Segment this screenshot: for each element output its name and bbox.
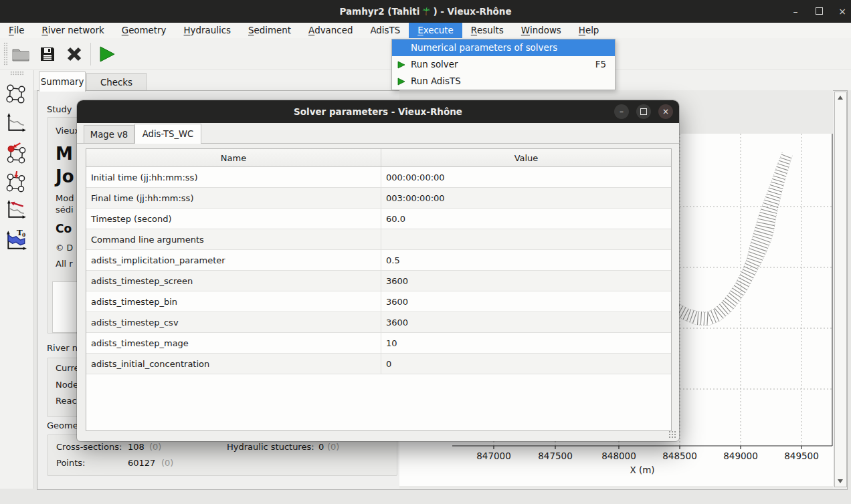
svg-text:849000: 849000 [723, 451, 758, 461]
svg-text:X (m): X (m) [630, 465, 654, 475]
reach-label: Reac [56, 396, 77, 406]
param-value-cell[interactable]: 0 [381, 354, 672, 374]
param-value-cell[interactable]: 60.0 [381, 209, 672, 229]
menu-item-sediment[interactable]: Sediment [240, 23, 300, 38]
param-value-cell[interactable]: 000:00:00:00 [381, 167, 672, 188]
table-row: adists_timestep_csv3600 [86, 312, 671, 333]
dialog-close-button[interactable]: × [658, 104, 673, 119]
param-value-cell[interactable]: 3600 [381, 312, 672, 333]
boundary-conditions-icon [5, 141, 27, 164]
svg-text:847000: 847000 [476, 451, 511, 461]
study-group-label: Study [47, 104, 72, 114]
dialog-minimize-button[interactable]: – [614, 104, 629, 119]
window-close-button[interactable]: × [838, 6, 847, 17]
window-minimize-button[interactable]: – [791, 6, 800, 17]
table-row: adists_timestep_screen3600 [86, 271, 671, 291]
param-value-cell[interactable]: 3600 [381, 271, 672, 291]
param-name-cell[interactable]: adists_timestep_bin [86, 291, 381, 312]
menu-item-shortcut: F5 [595, 59, 615, 70]
tab-checks-label: Checks [100, 78, 132, 88]
solver-parameters-table-container: Name Value Initial time (jj:hh:mm:ss)000… [86, 148, 672, 431]
menu-item-geometry[interactable]: Geometry [113, 23, 175, 38]
open-folder-button[interactable] [9, 41, 33, 67]
maximize-icon [816, 7, 823, 15]
dialog-maximize-button[interactable] [636, 104, 651, 119]
save-floppy-icon [38, 45, 57, 64]
menu-item-file[interactable]: File [0, 23, 33, 38]
menu-item-advanced[interactable]: Advanced [300, 23, 361, 38]
close-project-button[interactable] [62, 41, 86, 67]
current-label: Curre [56, 363, 80, 373]
menu-item-river-network[interactable]: River network [33, 23, 112, 38]
param-value-cell[interactable]: 3600 [381, 291, 672, 312]
tab-summary[interactable]: Summary [39, 72, 86, 92]
param-value-cell[interactable] [381, 229, 672, 250]
param-name-cell[interactable]: adists_initial_concentration [86, 354, 381, 374]
lateral-contributions-icon [5, 170, 27, 193]
menubar: FileRiver networkGeometryHydraulicsSedim… [0, 23, 851, 38]
column-header-name[interactable]: Name [86, 149, 381, 167]
dialog-titlebar[interactable]: Solver parameters - Vieux-Rhône – × [77, 100, 679, 123]
t0-conditions-tool-button[interactable]: T 0 [5, 229, 27, 250]
menu-item-execute[interactable]: Execute [409, 23, 462, 38]
param-name-cell[interactable]: adists_timestep_screen [86, 271, 381, 291]
points-label: Points: [56, 458, 85, 468]
window-titlebar[interactable]: Pamhyr2 (Tahiti ) - Vieux-Rhône – × [0, 0, 851, 23]
menu-item-label: Run AdisTS [411, 76, 461, 86]
initial-conditions-tool-button[interactable] [5, 199, 27, 221]
param-name-cell[interactable]: adists_timestep_csv [86, 312, 381, 333]
dialog-tab-adis-ts-wc[interactable]: Adis-TS_WC [134, 124, 201, 144]
scroll-down-icon[interactable] [835, 477, 845, 486]
menu-item-results[interactable]: Results [462, 23, 512, 38]
dialog-tabbar: Mage v8 Adis-TS_WC [77, 124, 679, 144]
sidebar-drag-handle[interactable] [10, 71, 23, 76]
rights-text: All r [56, 259, 73, 269]
toolbar-divider [90, 43, 91, 66]
menu-item-numerical-parameters-of-solvers[interactable]: Numerical parameters of solvers [392, 39, 615, 56]
menu-item-help[interactable]: Help [570, 23, 608, 38]
run-solver-button[interactable] [94, 41, 118, 67]
scroll-up-icon[interactable] [835, 93, 845, 102]
param-name-cell[interactable]: adists_timestep_mage [86, 333, 381, 354]
save-button[interactable] [35, 41, 60, 67]
dialog-tab-adis-ts-wc-label: Adis-TS_WC [143, 129, 194, 139]
close-x-icon [65, 45, 84, 64]
run-play-icon [96, 45, 116, 63]
param-name-cell[interactable]: Command line arguments [86, 229, 381, 250]
column-header-value[interactable]: Value [381, 149, 672, 167]
study-desc-line2: sédi [56, 205, 74, 215]
menu-item-run-adists[interactable]: Run AdisTS [392, 73, 615, 90]
dialog-resize-grip[interactable] [668, 430, 676, 438]
table-row: Initial time (jj:hh:mm:ss)000:00:00:00 [86, 167, 671, 188]
param-value-cell[interactable]: 003:00:00:00 [381, 188, 672, 209]
menu-item-hydraulics[interactable]: Hydraulics [175, 23, 240, 38]
toolbar-drag-handle[interactable] [3, 42, 8, 66]
param-value-cell[interactable]: 10 [381, 333, 672, 354]
geometry-group-label: Geome [47, 420, 78, 430]
palm-tree-icon [421, 7, 431, 16]
window-maximize-button[interactable] [814, 6, 824, 17]
vertical-scrollbar[interactable] [834, 92, 847, 487]
menu-item-adists[interactable]: AdisTS [361, 23, 409, 38]
dialog-tab-mage-v8[interactable]: Mage v8 [84, 125, 134, 144]
points-value: 60127 [128, 458, 155, 468]
river-network-icon [5, 83, 27, 104]
menu-item-windows[interactable]: Windows [512, 23, 570, 38]
hydraulic-structures-value: 0 [318, 442, 324, 452]
hydraulic-structures-label: Hydraulic stuctures: [227, 442, 314, 452]
param-name-cell[interactable]: Timestep (second) [86, 209, 381, 229]
param-name-cell[interactable]: Final time (jj:hh:mm:ss) [86, 188, 381, 209]
river-network-tool-button[interactable] [5, 83, 27, 104]
menu-item-label: Numerical parameters of solvers [411, 43, 557, 53]
study-subheading: Co [56, 222, 72, 235]
solver-parameters-table: Name Value Initial time (jj:hh:mm:ss)000… [86, 149, 671, 374]
param-value-cell[interactable]: 0.5 [381, 250, 672, 271]
param-name-cell[interactable]: Initial time (jj:hh:mm:ss) [86, 167, 381, 188]
lateral-contributions-tool-button[interactable] [5, 170, 27, 191]
table-row: adists_timestep_mage10 [86, 333, 671, 354]
param-name-cell[interactable]: adists_implicitation_parameter [86, 250, 381, 271]
menu-item-run-solver[interactable]: Run solverF5 [392, 56, 615, 73]
longitudinal-profile-tool-button[interactable] [5, 112, 27, 134]
boundary-conditions-tool-button[interactable] [5, 141, 27, 162]
tab-checks[interactable]: Checks [86, 73, 147, 91]
